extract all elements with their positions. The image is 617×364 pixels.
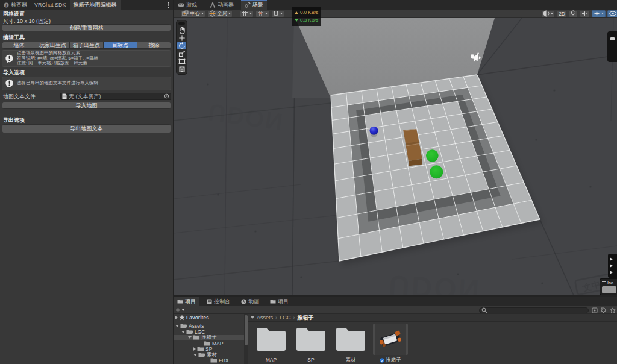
breadcrumb-current[interactable]: 推箱子 [298,314,314,322]
shading-mode-dropdown[interactable] [541,10,555,17]
export-options-header: 导出选项 [2,116,171,124]
tree-item[interactable]: SP [174,347,244,353]
expanded-arrow-icon[interactable] [175,325,179,327]
tree-scrollbar[interactable] [244,314,248,364]
help-info-icon [5,79,14,88]
scrollbar-thumb[interactable] [245,315,248,345]
object-picker-button[interactable] [164,93,169,100]
scene-3d-viewport[interactable]: UDON UDON VR中文 VR中文 [174,18,617,295]
tool-box-spawn-button[interactable]: 箱子出生点 [70,42,104,49]
rect-tool-button[interactable] [177,57,186,65]
tool-erase-button[interactable]: 擦除 [137,42,171,49]
project-item-folder[interactable]: SP [295,324,327,364]
tab-vrchat-sdk[interactable]: VRChat SDK [31,0,70,10]
orientation-overlay[interactable]: Iso [600,278,617,295]
tab-game[interactable]: 游戏 [174,0,201,10]
tree-item[interactable]: LGC [174,329,244,335]
tab-console[interactable]: 控制台 [203,297,234,306]
create-reset-grid-button[interactable]: 创建/重置网格 [2,24,171,31]
project-toolbar [174,306,617,314]
effects-toggle-dropdown[interactable] [592,10,606,17]
breadcrumb-assets[interactable]: Assets [257,315,273,321]
collapsed-overlay-buttons[interactable] [608,254,617,278]
view-hand-tool-button[interactable] [177,26,186,34]
rotate-tool-icon [178,42,186,49]
globe-icon [209,10,216,17]
tree-item[interactable]: 素材 [174,352,244,358]
audio-toggle-button[interactable] [580,10,590,17]
tree-item[interactable]: 推箱子 [174,335,244,341]
project-tab-folder-icon [270,299,276,304]
pivot-center-icon [182,10,189,17]
map-file-object-field[interactable]: 无 (文本资产) [60,93,171,100]
tab-scene[interactable]: 场景 [241,0,267,10]
tool-goal-button[interactable]: 目标点 [104,42,137,49]
chevron-down-icon [280,13,283,14]
create-asset-button[interactable] [175,307,184,313]
project-item-prefab[interactable]: 推箱子 [375,324,406,364]
breadcrumb-lgc[interactable]: LGC [280,315,291,321]
play-icon [610,271,613,274]
inspector-tab-icon: i [4,2,9,8]
tool-wall-button[interactable]: 墙体 [2,42,36,49]
play-icon [610,257,613,261]
2d-toggle-button[interactable]: 2D [557,10,567,17]
snap-increment-dropdown[interactable] [255,10,269,17]
tool-player-spawn-button[interactable]: 玩家出生点 [36,42,70,49]
lighting-toggle-button[interactable] [569,10,578,17]
text-asset-icon [62,93,67,99]
tab-animator[interactable]: 动画器 [206,0,237,10]
download-rate: 0.3 KB/s [300,17,318,23]
inspector-panel: i检查器 VRChat SDK 推箱子地图编辑器 网格设置 尺寸: 10 x 1… [0,0,174,364]
folder-icon-large [295,327,327,352]
tab-project-2[interactable]: 项目 [266,297,292,306]
project-search-input[interactable] [489,308,586,313]
kebab-menu-icon [168,2,169,8]
move-tool-button[interactable] [177,34,186,42]
collapsed-arrow-icon[interactable] [193,347,196,351]
tree-item[interactable]: MAP [174,340,244,347]
favorites-item[interactable]: Favorites [174,315,244,321]
collapsed-overlay-strip[interactable] [607,31,617,62]
transform-tool-button[interactable] [177,65,186,73]
saved-search-icon [610,307,616,313]
tab-project[interactable]: 项目 [174,297,199,306]
rotate-tool-button[interactable] [177,42,186,49]
grid-snapping-dropdown[interactable] [271,10,284,17]
upload-arrow-icon [295,11,298,14]
tab-animation[interactable]: 动画 [237,297,263,306]
gizmos-toggle-button[interactable] [607,10,617,17]
console-tab-icon [207,299,212,304]
download-arrow-icon [295,19,298,22]
tool-handle-rotation-dropdown[interactable]: 全局 [207,10,233,17]
collapse-icon[interactable] [251,316,254,319]
tab-map-editor[interactable]: 推箱子地图编辑器 [70,0,121,10]
import-map-button[interactable]: 导入地图 [2,102,171,109]
tool-handle-position-dropdown[interactable]: 中心 [180,10,205,17]
sp-folder-icon [197,347,204,353]
expanded-arrow-icon[interactable] [188,336,192,339]
export-map-button[interactable]: 导出地图文本 [2,124,171,133]
map-folder-icon [204,340,211,347]
collapsed-arrow-icon[interactable] [175,316,178,319]
project-item-folder[interactable]: 素材 [335,324,366,364]
chevron-down-icon [228,13,231,14]
panel-menu-button[interactable] [164,0,173,10]
tab-inspector[interactable]: i检查器 [0,0,31,10]
breadcrumb: Assets › LGC › 推箱子 [248,314,617,322]
expanded-arrow-icon[interactable] [193,354,197,356]
project-tree: Favorites Assets LGC 推箱子 MAP SP 素材 FBX [174,314,244,364]
scene-view-panel: 游戏 动画器 场景 中心 全局 2D [174,0,617,295]
overlay-drag-handle[interactable] [178,22,185,25]
tree-item[interactable]: Assets [174,324,244,330]
svg-text:i: i [6,2,7,7]
tree-item[interactable]: FBX [174,358,244,364]
snap-increment-icon [257,10,264,17]
grid-visibility-dropdown[interactable] [240,10,254,17]
expanded-arrow-icon[interactable] [181,331,185,333]
scale-tool-button[interactable] [177,49,186,57]
project-item-folder[interactable]: MAP [255,324,287,364]
project-search-field [479,307,589,313]
network-stats-overlay: 0.0 KB/s 0.3 KB/s [292,7,321,26]
grid-visibility-icon [242,10,248,17]
